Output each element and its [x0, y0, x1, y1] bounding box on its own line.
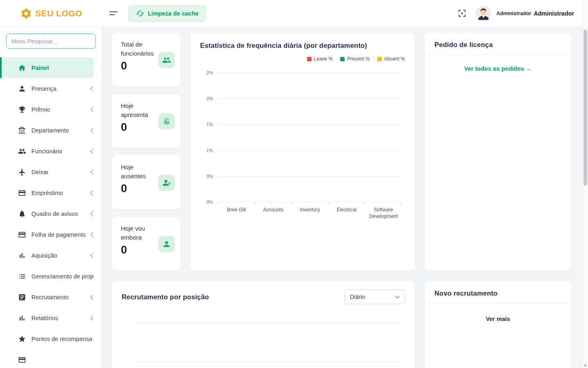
- scrollbar-thumb[interactable]: [584, 29, 587, 186]
- sidebar-item-presenca[interactable]: Presença: [0, 78, 102, 99]
- stat-info: Hoje apresenta0: [121, 101, 156, 141]
- chevron-down-icon: [395, 294, 400, 300]
- person-remove-icon: [158, 175, 175, 191]
- recruitment-card-header: Recrutamento por posição Diário: [122, 289, 405, 304]
- fingerprint-icon: [158, 113, 175, 130]
- stat-card-value: 0: [121, 60, 156, 72]
- sidebar-item-premio[interactable]: Prêmio: [0, 99, 102, 120]
- axis-tick: [218, 202, 218, 204]
- stat-card-value: 0: [121, 182, 156, 195]
- sidebar-item-quadro-de-avisos[interactable]: Quadro de avisos: [0, 203, 102, 224]
- axis-tick: [401, 202, 402, 204]
- recruitment-chart-card: Recrutamento por posição Diário: [112, 281, 415, 368]
- chevron-left-icon: [90, 190, 94, 196]
- sidebar-item-folha-de-pagamento[interactable]: Folha de pagamento: [0, 224, 102, 245]
- hamburger-icon[interactable]: [109, 11, 118, 15]
- sidebar: PainelPresençaPrêmioDepartamentoFuncioná…: [0, 27, 102, 368]
- new-recruitment-title: Novo recrutamento: [425, 281, 571, 303]
- stat-card-title: Hoje ausentes: [121, 163, 156, 181]
- trophy-icon: [18, 105, 26, 114]
- legend-item: Present %: [340, 56, 370, 62]
- x-axis-label: Electrical: [328, 206, 365, 220]
- scrollbar[interactable]: ▼: [582, 0, 588, 368]
- sidebar-item-label: Relatórios: [31, 315, 87, 321]
- chevron-left-icon: [90, 294, 94, 300]
- sidebar-search: [0, 27, 102, 53]
- chevron-left-icon: [90, 128, 94, 133]
- chevron-left-icon: [90, 253, 94, 258]
- cache-clear-button[interactable]: Limpeza de cache: [128, 5, 206, 22]
- sidebar-item-label: Funcionário: [31, 148, 87, 155]
- chevron-left-icon: [90, 211, 94, 217]
- new-recruitment-card: Novo recrutamento Ver mais: [425, 281, 571, 368]
- axis-tick: [292, 202, 292, 204]
- stat-card-title: Total de funcionários: [121, 40, 156, 58]
- brand-text: SEU LOGO: [36, 9, 82, 18]
- y-axis-label: 0%: [206, 174, 213, 179]
- stats-column: Total de funcionários0Hoje apresenta0Hoj…: [112, 33, 180, 271]
- license-request-card: Pedido de licença Ver todos os pedidos →: [425, 33, 571, 271]
- brand[interactable]: SEU LOGO: [0, 0, 102, 27]
- stat-card-hoje-ausentes: Hoje ausentes0: [112, 155, 180, 209]
- stat-card-title: Hoje vou embora: [121, 224, 156, 242]
- see-more-link[interactable]: Ver mais: [425, 316, 571, 322]
- sidebar-item-painel[interactable]: Painel: [0, 57, 94, 78]
- attendance-legend: Leave %Present %Absent %: [200, 56, 405, 62]
- recruitment-card-title: Recrutamento por posição: [122, 293, 209, 301]
- y-axis-label: 1%: [206, 148, 213, 153]
- sidebar-item-pontos-de-recompensa[interactable]: Pontos de recompensa: [0, 328, 102, 349]
- sidebar-item-relatorios[interactable]: Relatórios: [0, 307, 102, 328]
- legend-swatch: [377, 57, 382, 61]
- sidebar-item-departamento[interactable]: Departamento: [0, 120, 102, 141]
- gridline: 2%: [218, 98, 402, 99]
- license-card-title: Pedido de licença: [425, 33, 571, 54]
- attendance-xlabels: Bree GillAccountsInventoryElectricalSoft…: [218, 206, 402, 220]
- sidebar-item-recrutamento[interactable]: Recrutamento: [0, 287, 102, 307]
- stat-info: Total de funcionários0: [121, 40, 156, 80]
- legend-label: Absent %: [384, 56, 405, 62]
- home-icon: [18, 64, 26, 72]
- scrollbar-down-arrow[interactable]: ▼: [583, 364, 588, 368]
- avatar[interactable]: [476, 6, 491, 21]
- menu-search-input[interactable]: [6, 34, 96, 49]
- recruitment-plot: [133, 323, 401, 368]
- fullscreen-icon[interactable]: [457, 9, 467, 18]
- sidebar-item-hidden[interactable]: [0, 349, 102, 368]
- sidebar-item-label: Painel: [31, 65, 85, 71]
- x-axis-label: Software Development: [365, 206, 402, 220]
- y-axis-label: 1%: [206, 122, 213, 127]
- top-header: SEU LOGO Limpeza de cache Administrador …: [0, 0, 588, 27]
- axis-tick: [365, 202, 365, 204]
- sidebar-item-label: Empréstimo: [31, 190, 87, 196]
- legend-item: Absent %: [377, 56, 405, 62]
- main-content: Total de funcionários0Hoje apresenta0Hoj…: [102, 27, 581, 368]
- sidebar-item-aquisicao[interactable]: Aquisição: [0, 245, 102, 266]
- sidebar-item-gerenciamento-de-projetos[interactable]: Gerenciamento de projetos: [0, 266, 102, 287]
- user-role: Administrador: [496, 11, 531, 16]
- chevron-left-icon: [90, 86, 94, 92]
- divider: [425, 303, 571, 303]
- sidebar-menu: PainelPresençaPrêmioDepartamentoFuncioná…: [0, 53, 102, 368]
- sidebar-item-label: Recrutamento: [31, 294, 87, 301]
- sidebar-item-label: Departamento: [31, 127, 87, 134]
- person-icon: [158, 236, 175, 252]
- sidebar-item-label: Folha de pagamento: [31, 231, 87, 238]
- stat-info: Hoje vou embora0: [121, 224, 156, 264]
- y-axis-label: 2%: [206, 70, 213, 75]
- view-all-requests-link[interactable]: Ver todos os pedidos →: [425, 65, 571, 72]
- attendance-grid: 2%2%1%1%0%0%: [218, 72, 402, 202]
- chevron-left-icon: [90, 232, 94, 238]
- legend-label: Leave %: [314, 56, 333, 62]
- user-name[interactable]: Administrador: [534, 10, 574, 17]
- stat-card-hoje-apresenta: Hoje apresenta0: [112, 94, 180, 148]
- period-select[interactable]: Diário: [345, 289, 405, 304]
- card-icon: [18, 231, 26, 239]
- gridline: 0%: [218, 176, 402, 177]
- sidebar-item-funcionario[interactable]: Funcionário: [0, 141, 102, 162]
- x-axis-label: Accounts: [255, 206, 292, 220]
- sidebar-item-emprestimo[interactable]: Empréstimo: [0, 182, 102, 203]
- people-group-icon: [158, 52, 175, 68]
- sidebar-item-deixar[interactable]: Deixar: [0, 162, 102, 182]
- gridline: 1%: [218, 124, 402, 125]
- sidebar-item-label: Deixar: [31, 169, 87, 175]
